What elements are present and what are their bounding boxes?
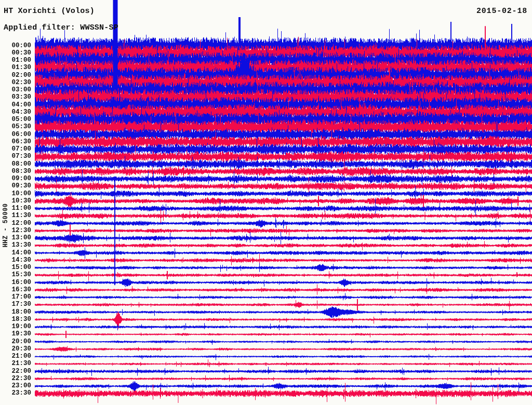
seismogram-canvas: [0, 0, 532, 405]
time-label: 18:30: [1, 316, 31, 323]
time-label: 04:30: [1, 109, 31, 116]
time-label: 12:00: [1, 220, 31, 227]
time-label: 00:00: [1, 43, 31, 49]
time-label: 21:00: [1, 353, 31, 360]
time-label: 20:00: [1, 339, 31, 345]
time-label: 10:30: [1, 198, 31, 205]
time-label: 22:00: [1, 368, 31, 375]
time-label: 00:30: [1, 50, 31, 57]
time-label: 01:30: [1, 64, 31, 71]
time-label: 04:00: [1, 102, 31, 109]
time-label: 10:00: [1, 191, 31, 197]
time-label: 02:00: [1, 72, 31, 79]
time-label: 06:00: [1, 131, 31, 138]
time-label: 07:00: [1, 146, 31, 153]
time-label: 19:30: [1, 331, 31, 338]
time-label: 05:30: [1, 124, 31, 130]
time-label: 17:30: [1, 301, 31, 308]
time-label: 14:30: [1, 257, 31, 264]
time-label: 15:00: [1, 264, 31, 271]
time-label: 06:30: [1, 139, 31, 145]
time-label: 16:00: [1, 279, 31, 286]
time-label: 03:30: [1, 94, 31, 101]
time-label: 08:00: [1, 161, 31, 168]
time-label: 08:30: [1, 168, 31, 175]
applied-filter-label: Applied filter: WWSSN-SP: [4, 23, 118, 32]
time-label: 18:00: [1, 309, 31, 316]
time-label: 21:30: [1, 360, 31, 367]
time-label: 23:30: [1, 390, 31, 397]
time-label: 05:00: [1, 116, 31, 123]
time-label: 09:30: [1, 183, 31, 190]
time-label: 14:00: [1, 250, 31, 256]
time-label: 03:00: [1, 87, 31, 93]
time-label: 23:00: [1, 383, 31, 389]
time-label: 09:00: [1, 176, 31, 182]
station-title: HT Xorichti (Volos): [4, 7, 95, 16]
time-label: 20:30: [1, 346, 31, 353]
helicorder-page: HT Xorichti (Volos) Applied filter: WWSS…: [0, 0, 532, 405]
time-label: 15:30: [1, 272, 31, 278]
time-label: 22:30: [1, 375, 31, 382]
time-label: 16:30: [1, 287, 31, 293]
time-label: 19:00: [1, 323, 31, 330]
time-label: 13:00: [1, 235, 31, 241]
time-label: 02:30: [1, 79, 31, 86]
time-label: 11:00: [1, 205, 31, 212]
time-label: 07:30: [1, 153, 31, 160]
time-label: 17:00: [1, 294, 31, 301]
time-label: 11:30: [1, 212, 31, 219]
time-label: 01:00: [1, 57, 31, 64]
date-label: 2015-02-18: [476, 7, 527, 16]
time-label: 12:30: [1, 227, 31, 234]
time-label: 13:30: [1, 242, 31, 249]
